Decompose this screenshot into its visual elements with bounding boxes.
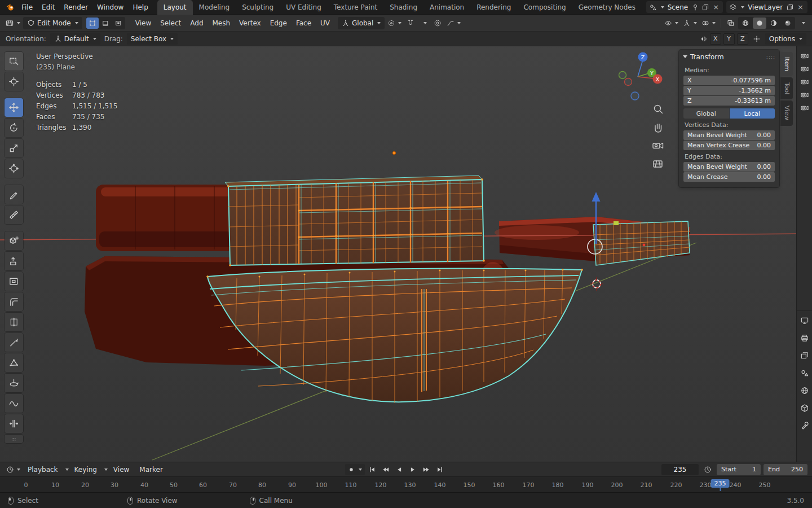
end-frame-field[interactable]: End 250 — [764, 464, 807, 475]
orientation-default-dropdown[interactable]: Default — [50, 33, 100, 45]
menu-edge[interactable]: Edge — [266, 16, 292, 30]
menu-select[interactable]: Select — [156, 16, 186, 30]
edge-select-mode-button[interactable] — [99, 17, 112, 29]
tool-add-cube[interactable] — [5, 231, 23, 250]
tool-extrude[interactable] — [5, 252, 23, 270]
xray-toggle-button[interactable] — [725, 17, 737, 29]
camera-visibility-icon[interactable] — [800, 90, 809, 99]
viewlayer-selector[interactable]: ViewLayer × — [726, 1, 807, 13]
play-button[interactable] — [407, 463, 419, 476]
object-type-visibility-button[interactable] — [663, 17, 680, 29]
vertex-select-mode-button[interactable] — [86, 17, 99, 29]
sidebar-tab-item[interactable]: Item — [780, 52, 793, 76]
playhead-current-frame-badge[interactable]: 235 — [711, 479, 730, 488]
unselected-object-block[interactable] — [96, 185, 236, 251]
new-scene-icon[interactable] — [701, 3, 709, 11]
tool-spin[interactable] — [5, 374, 23, 392]
world-tab-icon[interactable] — [800, 386, 809, 395]
object-tab-icon[interactable] — [800, 404, 809, 413]
timeline-editor-type-button[interactable] — [5, 463, 22, 476]
proportional-editing-button[interactable] — [431, 17, 444, 29]
play-reverse-button[interactable] — [393, 463, 405, 476]
menu-view[interactable]: View — [131, 16, 156, 30]
tool-poly-build[interactable] — [5, 353, 23, 372]
global-space-button[interactable]: Global — [683, 108, 729, 119]
mirror-y-button[interactable]: Y — [723, 33, 735, 45]
snap-base-button[interactable] — [751, 33, 763, 45]
drag-handle-icon[interactable]: :::: — [766, 54, 775, 60]
tool-scale[interactable] — [5, 139, 23, 157]
start-frame-field[interactable]: Start 1 — [717, 464, 761, 475]
snap-toggle-button[interactable] — [404, 17, 417, 29]
shading-material-button[interactable] — [767, 17, 780, 29]
scene-selector[interactable]: Scene × — [646, 1, 723, 13]
tool-rotate[interactable] — [5, 119, 23, 137]
menu-timeline-view[interactable]: View — [109, 463, 134, 476]
tool-select-box[interactable] — [5, 52, 23, 71]
menu-mesh[interactable]: Mesh — [208, 16, 235, 30]
menu-marker[interactable]: Marker — [135, 463, 167, 476]
viewlayer-tab-icon[interactable] — [800, 351, 809, 360]
menu-window[interactable]: Window — [92, 1, 128, 14]
shading-wireframe-button[interactable] — [739, 17, 752, 29]
tool-bevel[interactable] — [5, 292, 23, 311]
menu-file[interactable]: File — [17, 1, 37, 14]
sidebar-tab-view[interactable]: View — [780, 100, 793, 125]
close-icon[interactable]: × — [796, 3, 805, 11]
nav-axis-z-neg[interactable] — [631, 92, 639, 100]
workspace-tab-modeling[interactable]: Modeling — [193, 0, 236, 15]
tool-annotate[interactable] — [5, 185, 23, 204]
menu-edit[interactable]: Edit — [37, 1, 59, 14]
workspace-tab-shading[interactable]: Shading — [383, 0, 423, 15]
transform-panel-header[interactable]: Transform :::: — [679, 50, 779, 64]
median-y-field[interactable]: Y -1.3662 m — [683, 86, 775, 95]
shading-rendered-button[interactable] — [781, 17, 795, 29]
menu-uv[interactable]: UV — [316, 16, 334, 30]
workspace-tab-compositing[interactable]: Compositing — [517, 0, 572, 15]
workspace-tab-rendering[interactable]: Rendering — [470, 0, 517, 15]
mirror-x-button[interactable]: X — [710, 33, 721, 45]
next-keyframe-button[interactable] — [420, 463, 433, 476]
tool-rip-region[interactable] — [5, 414, 23, 433]
tool-smooth[interactable] — [5, 394, 23, 413]
scene-tab-icon[interactable] — [800, 369, 809, 378]
new-viewlayer-icon[interactable] — [786, 3, 794, 11]
mean-crease-field[interactable]: Mean Crease 0.00 — [683, 172, 775, 182]
edge-mean-bevel-weight-field[interactable]: Mean Bevel Weight 0.00 — [683, 162, 775, 172]
workspace-tab-layout[interactable]: Layout — [157, 0, 193, 15]
mean-bevel-weight-field[interactable]: Mean Bevel Weight 0.00 — [683, 130, 775, 140]
jump-to-start-button[interactable] — [366, 463, 378, 476]
proportional-falloff-button[interactable] — [445, 17, 462, 29]
previous-keyframe-button[interactable] — [379, 463, 392, 476]
gizmos-toggle-button[interactable] — [681, 17, 699, 29]
workspace-tab-texture-paint[interactable]: Texture Paint — [328, 0, 383, 15]
current-frame-field[interactable]: 235 — [661, 464, 699, 475]
menu-render[interactable]: Render — [59, 1, 92, 14]
menu-playback[interactable]: Playback — [23, 463, 63, 476]
options-dropdown[interactable]: Options — [765, 33, 806, 45]
menu-help[interactable]: Help — [128, 1, 152, 14]
output-tab-icon[interactable] — [800, 334, 809, 343]
render-tab-icon[interactable] — [800, 316, 809, 325]
transform-orientation-dropdown[interactable]: Global — [338, 17, 385, 29]
tool-move[interactable] — [5, 98, 23, 117]
camera-visibility-icon[interactable] — [800, 51, 809, 60]
edited-mesh-deck[interactable] — [225, 176, 485, 266]
mirror-z-button[interactable]: Z — [737, 33, 748, 45]
nav-axis-x-neg[interactable] — [625, 78, 632, 86]
tool-loop-cut[interactable] — [5, 313, 23, 331]
sidebar-tab-tool[interactable]: Tool — [780, 77, 793, 99]
tool-measure[interactable] — [5, 205, 23, 224]
modifiers-tab-icon[interactable] — [800, 421, 809, 430]
close-icon[interactable]: × — [712, 3, 720, 11]
local-space-button[interactable]: Local — [730, 108, 775, 119]
pivot-point-button[interactable] — [386, 17, 403, 29]
menu-face[interactable]: Face — [292, 16, 316, 30]
menu-vertex[interactable]: Vertex — [235, 16, 266, 30]
workspace-tab-scripting[interactable]: Scripting — [642, 0, 646, 15]
shading-settings-button[interactable] — [796, 17, 809, 29]
snap-settings-button[interactable] — [418, 17, 430, 29]
tool-cursor[interactable] — [5, 72, 23, 91]
median-x-field[interactable]: X -0.077596 m — [683, 76, 775, 85]
drag-action-dropdown[interactable]: Select Box — [127, 33, 178, 45]
